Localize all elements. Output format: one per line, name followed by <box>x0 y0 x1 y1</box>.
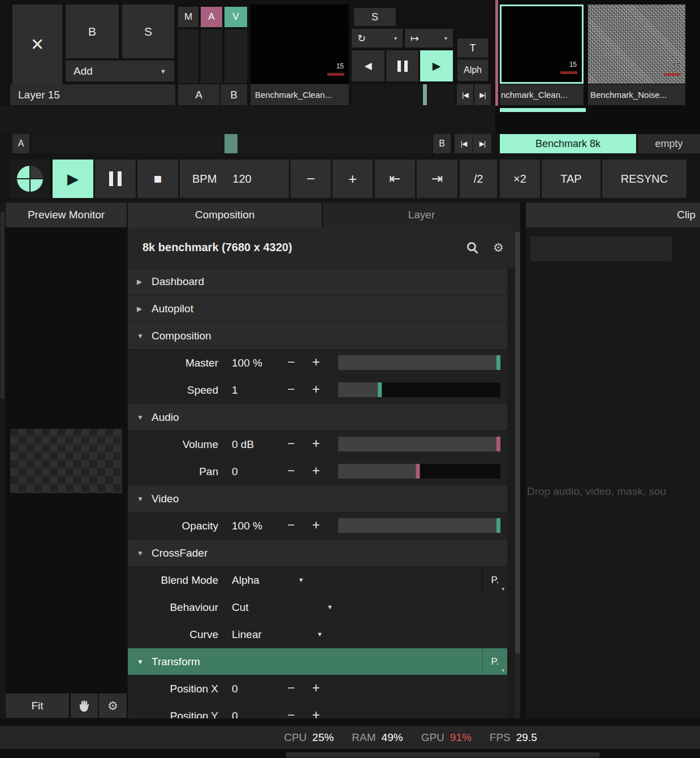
left-edge-scrollbar[interactable] <box>0 203 5 718</box>
deck-previous-button[interactable]: |◀ <box>455 134 473 153</box>
tap-tempo-button[interactable]: TAP <box>542 160 600 198</box>
deck-clip-noise-thumbnail[interactable]: 15 <box>588 5 685 84</box>
group-audio[interactable]: ▼ Audio <box>128 404 507 430</box>
clip-name-field[interactable] <box>530 236 672 261</box>
param-value[interactable]: 100 % <box>232 350 262 376</box>
layer-clip-thumbnail[interactable]: 15 <box>250 5 349 84</box>
group-video[interactable]: ▼ Video <box>128 485 507 512</box>
tab-layer[interactable]: Layer <box>323 203 520 227</box>
group-composition[interactable]: ▼ Composition <box>128 322 507 349</box>
decrement-button[interactable]: − <box>280 458 303 485</box>
resync-button[interactable]: RESYNC <box>602 160 686 198</box>
bpm-decrease-button[interactable]: − <box>291 160 331 198</box>
composition-meter-button[interactable] <box>10 160 50 198</box>
composition-clip-tab-active[interactable]: Benchmark 8k <box>500 134 636 153</box>
layer-solo-button[interactable]: S <box>122 5 174 58</box>
chevron-down-icon[interactable]: ▼ <box>327 594 333 621</box>
decrement-button[interactable]: − <box>280 512 303 539</box>
tab-composition[interactable]: Composition <box>128 203 322 227</box>
clip-loop-dropdown[interactable]: ↻ ▾ <box>352 29 403 48</box>
increment-button[interactable]: + <box>305 675 327 702</box>
increment-button[interactable]: + <box>305 458 327 485</box>
crossfader-track[interactable] <box>31 134 432 153</box>
layer-video-button[interactable]: V <box>224 7 247 27</box>
timeline-position-marker[interactable] <box>423 84 427 105</box>
m-fader-track[interactable] <box>178 29 198 83</box>
clip-skip-end-button[interactable]: ▶| <box>474 84 491 105</box>
bpm-double-button[interactable]: ×2 <box>500 160 540 198</box>
chevron-right-icon[interactable]: ▶ <box>137 305 152 313</box>
group-dashboard[interactable]: ▶ Dashboard <box>128 268 507 295</box>
preview-pan-button[interactable] <box>71 694 98 718</box>
crossfader-b-button[interactable]: B <box>433 134 451 153</box>
beat-nudge-forward-button[interactable]: ⇥ <box>417 160 457 198</box>
chevron-down-icon[interactable]: ▼ <box>298 567 304 593</box>
a-fader-track[interactable] <box>201 29 222 83</box>
group-transform[interactable]: ▼ Transform P. ▾ <box>128 648 507 675</box>
clip-target-button[interactable]: T <box>457 38 488 58</box>
layer-name-label[interactable]: Layer 15 <box>10 84 175 105</box>
layer-mute-button[interactable]: M <box>178 7 198 27</box>
chevron-down-icon[interactable]: ▼ <box>137 495 152 503</box>
v-fader-track[interactable] <box>224 29 247 83</box>
clip-pause-button[interactable] <box>386 50 418 81</box>
decrement-button[interactable]: − <box>280 703 303 718</box>
blend-mode-dropdown[interactable]: Alpha <box>232 567 260 593</box>
deck-clip-selected-thumbnail[interactable]: 15 <box>500 5 584 84</box>
chevron-down-icon[interactable]: ▼ <box>137 332 152 340</box>
decrement-button[interactable]: − <box>280 377 303 403</box>
gear-icon[interactable]: ⚙ <box>493 227 504 268</box>
decrement-button[interactable]: − <box>280 431 303 458</box>
layer-clear-button[interactable]: × <box>12 5 62 84</box>
clip-play-button[interactable]: ▶ <box>420 50 453 81</box>
preview-fit-button[interactable]: Fit <box>6 694 69 718</box>
bpm-display[interactable]: BPM 120 <box>180 160 289 198</box>
properties-scrollbar[interactable] <box>515 227 520 718</box>
clip-trigger-dropdown[interactable]: ↦ ▾ <box>405 29 453 48</box>
param-value[interactable]: 0 <box>232 703 238 718</box>
transport-pause-button[interactable] <box>95 160 136 198</box>
properties-scrollbar-thumb[interactable] <box>515 232 520 653</box>
layer-add-dropdown[interactable]: Add ▼ <box>66 61 174 81</box>
slider-handle[interactable] <box>496 355 500 370</box>
chevron-down-icon[interactable]: ▼ <box>137 414 152 421</box>
bottom-scrollbar-thumb[interactable] <box>286 752 600 757</box>
left-scrollbar-thumb[interactable] <box>1 212 5 399</box>
param-value[interactable]: 0 dB <box>232 431 254 458</box>
blend-preset-button[interactable]: P. ▾ <box>482 567 507 593</box>
group-crossfader[interactable]: ▼ CrossFader <box>128 540 507 566</box>
param-value[interactable]: 0 <box>232 675 238 702</box>
param-slider[interactable] <box>338 382 500 397</box>
increment-button[interactable]: + <box>305 703 327 718</box>
clip-play-backwards-button[interactable]: ◀ <box>352 50 384 81</box>
clip-solo-button[interactable]: S <box>354 8 396 26</box>
decrement-button[interactable]: − <box>280 675 303 702</box>
param-slider[interactable] <box>338 518 500 533</box>
slider-handle[interactable] <box>416 464 420 479</box>
param-value[interactable]: 100 % <box>232 512 262 539</box>
slider-handle[interactable] <box>378 382 382 397</box>
chevron-down-icon[interactable]: ▼ <box>317 621 323 648</box>
crossfader-a-button[interactable]: A <box>12 134 29 153</box>
param-value[interactable]: 1 <box>232 377 238 403</box>
bpm-value[interactable]: 120 <box>232 173 251 186</box>
deck-clip1-name[interactable]: nchmark_Clean... <box>500 84 584 105</box>
param-slider[interactable] <box>338 355 500 370</box>
transport-play-button[interactable]: ▶ <box>53 160 93 198</box>
deck-clip2-name[interactable]: Benchmark_Noise... <box>588 84 685 105</box>
param-slider[interactable] <box>338 437 500 451</box>
slider-handle[interactable] <box>496 518 500 533</box>
decrement-button[interactable]: − <box>280 350 303 376</box>
increment-button[interactable]: + <box>305 377 327 403</box>
bpm-increase-button[interactable]: + <box>332 160 373 198</box>
chevron-down-icon[interactable]: ▼ <box>137 549 152 557</box>
layer-clip-name[interactable]: Benchmark_Clean... <box>250 84 349 105</box>
search-icon[interactable] <box>467 242 476 251</box>
increment-button[interactable]: + <box>305 431 327 458</box>
param-value[interactable]: 0 <box>232 458 238 485</box>
layer-audio-button[interactable]: A <box>201 7 222 27</box>
param-slider[interactable] <box>338 464 500 479</box>
tab-clip[interactable]: Clip <box>526 203 700 227</box>
preview-settings-button[interactable]: ⚙ <box>99 694 127 718</box>
transport-stop-button[interactable]: ■ <box>137 160 178 198</box>
